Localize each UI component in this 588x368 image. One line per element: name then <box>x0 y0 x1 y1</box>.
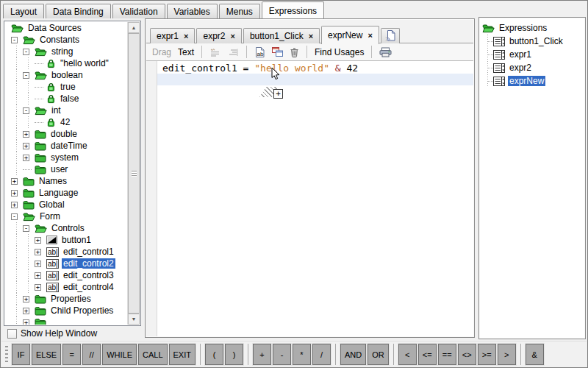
tree-item-edit-control4[interactable]: +ab|edit_control4 <box>5 281 128 293</box>
print-icon[interactable] <box>379 47 392 57</box>
tree-item-42[interactable]: 42 <box>5 116 128 128</box>
tree-item-hello-world[interactable]: "hello world" <box>5 57 128 69</box>
tree-item-true[interactable]: true <box>5 81 128 93</box>
tree-expander-plus-icon[interactable]: + <box>35 269 46 281</box>
operator-button-item[interactable]: <= <box>418 344 437 365</box>
show-help-row[interactable]: Show Help Window <box>7 328 97 339</box>
tab-variables[interactable]: Variables <box>167 4 218 18</box>
tree-expander-plus-icon[interactable]: + <box>23 152 35 163</box>
editor-tab-button1-click[interactable]: button1_Click× <box>243 28 320 43</box>
align-icon[interactable] <box>228 48 239 57</box>
tab-layout[interactable]: Layout <box>3 4 44 18</box>
tree-item-language[interactable]: +Language <box>5 187 128 199</box>
tab-menus[interactable]: Menus <box>219 4 260 18</box>
close-icon[interactable]: × <box>184 32 188 40</box>
comment-icon[interactable] <box>209 48 221 57</box>
operator-button-item[interactable]: ( <box>205 344 223 365</box>
operator-button-item[interactable]: / <box>312 344 331 365</box>
tree-item-button1[interactable]: +button1 <box>5 234 128 246</box>
tree-expander-minus-icon[interactable]: - <box>23 69 35 81</box>
drag-button[interactable]: Drag <box>152 47 171 57</box>
tree-item-form[interactable]: -Form <box>5 210 128 222</box>
tree-item-controls[interactable]: -Controls <box>5 222 128 234</box>
operator-button-or[interactable]: OR <box>368 344 389 365</box>
operator-button-item[interactable]: ) <box>225 344 243 365</box>
toolbar-grip-handle[interactable] <box>5 346 8 364</box>
tree-item-edit-control3[interactable]: +ab|edit_control3 <box>5 269 128 281</box>
operator-button-item[interactable]: + <box>253 344 271 365</box>
tree-expander-plus-icon[interactable]: + <box>23 128 35 140</box>
tab-expressions[interactable]: Expressions <box>262 1 324 18</box>
tree-item-global[interactable]: +Global <box>5 199 128 210</box>
rename-icon[interactable]: ab <box>254 47 265 57</box>
scroll-down-icon[interactable]: ▼ <box>128 314 140 325</box>
operator-button-item[interactable]: * <box>293 344 311 365</box>
code-editor[interactable]: edit_control1 = "hello world" & 42 <box>146 60 473 336</box>
tree-item-edit-control2[interactable]: +ab|edit_control2 <box>5 258 128 269</box>
operator-button-while[interactable]: WHILE <box>102 344 137 365</box>
tree-item-x[interactable]: + <box>5 316 128 325</box>
tree-expander-minus-icon[interactable]: - <box>23 222 35 234</box>
close-icon[interactable]: × <box>231 32 235 40</box>
tree-item-string[interactable]: -string <box>5 46 128 57</box>
operator-button-item[interactable]: // <box>82 344 101 365</box>
operator-button-item[interactable]: <> <box>458 344 476 365</box>
operator-button-if[interactable]: IF <box>12 344 30 365</box>
tree-expander-plus-icon[interactable]: + <box>23 140 35 152</box>
operator-button-item[interactable]: > <box>498 344 516 365</box>
tree-expander-plus-icon[interactable]: + <box>11 199 23 210</box>
tree-item-double[interactable]: +double <box>5 128 128 140</box>
tree-expander-plus-icon[interactable]: + <box>23 293 35 305</box>
show-help-checkbox[interactable] <box>7 329 17 339</box>
replace-icon[interactable] <box>272 47 283 57</box>
tree-expander-plus-icon[interactable]: + <box>35 258 46 269</box>
tree-expander-minus-icon[interactable]: - <box>23 105 35 116</box>
operator-button-exit[interactable]: EXIT <box>169 344 196 365</box>
tree-expander-plus-icon[interactable]: + <box>35 234 46 246</box>
operator-button-item[interactable]: - <box>273 344 291 365</box>
operator-button-item[interactable]: < <box>398 344 417 365</box>
tree-expander-plus-icon[interactable]: + <box>11 187 23 199</box>
delete-icon[interactable] <box>290 47 299 57</box>
tree-item-user[interactable]: user <box>5 163 128 175</box>
operator-button-else[interactable]: ELSE <box>32 344 61 365</box>
operator-button-item[interactable]: == <box>438 344 456 365</box>
tree-item-false[interactable]: false <box>5 93 128 105</box>
tab-validation[interactable]: Validation <box>112 4 165 18</box>
editor-tab-expr1[interactable]: expr1× <box>150 28 195 43</box>
expression-item-expr2[interactable]: expr2 <box>482 61 584 74</box>
tree-item-names[interactable]: +Names <box>5 175 128 187</box>
tree-item-datetime[interactable]: +dateTime <box>5 140 128 152</box>
operator-button-call[interactable]: CALL <box>138 344 168 365</box>
tab-data-binding[interactable]: Data Binding <box>46 4 111 18</box>
tree-item-boolean[interactable]: -boolean <box>5 69 128 81</box>
scrollbar-thumb[interactable] <box>128 33 140 314</box>
tree-item-edit-control1[interactable]: +ab|edit_control1 <box>5 246 128 258</box>
close-icon[interactable]: × <box>368 32 372 39</box>
tree-item-properties[interactable]: +Properties <box>5 293 128 305</box>
tree-expander-minus-icon[interactable]: - <box>11 34 23 46</box>
close-icon[interactable]: × <box>309 32 313 40</box>
left-tree-scrollbar[interactable]: ▲ ▼ <box>127 22 140 325</box>
tree-expander-minus-icon[interactable]: - <box>23 46 35 57</box>
text-button[interactable]: Text <box>178 47 194 57</box>
expressions-root[interactable]: Expressions <box>482 21 584 35</box>
tree-expander-minus-icon[interactable]: - <box>11 210 23 222</box>
expression-item-exprnew[interactable]: exprNew <box>482 74 584 88</box>
tree-item-child-properties[interactable]: +Child Properties <box>5 305 128 316</box>
new-expression-tab-button[interactable] <box>381 28 400 43</box>
tree-expander-plus-icon[interactable]: + <box>35 281 46 293</box>
tree-expander-plus-icon[interactable]: + <box>35 246 46 258</box>
tree-item-system[interactable]: +system <box>5 152 128 163</box>
find-usages-button[interactable]: Find Usages <box>315 47 364 57</box>
tree-expander-plus-icon[interactable]: + <box>23 316 35 325</box>
editor-tab-expr2[interactable]: expr2× <box>196 28 241 43</box>
operator-button-and[interactable]: AND <box>340 344 366 365</box>
editor-tab-exprnew[interactable]: exprNew× <box>321 26 379 44</box>
tree-expander-plus-icon[interactable]: + <box>11 175 23 187</box>
scroll-up-icon[interactable]: ▲ <box>128 22 140 33</box>
expression-item-button1-click[interactable]: button1_Click <box>482 35 584 48</box>
expression-item-expr1[interactable]: expr1 <box>482 48 584 61</box>
operator-button-item[interactable]: & <box>526 344 544 365</box>
tree-item-int[interactable]: -int <box>5 105 128 116</box>
